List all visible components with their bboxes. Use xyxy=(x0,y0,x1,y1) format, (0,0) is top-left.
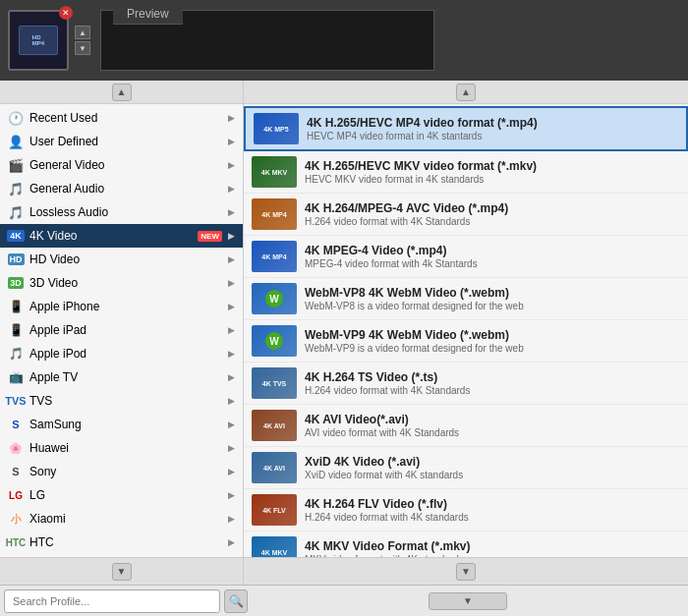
right-item-4k-h264-mp4[interactable]: 4K MP4 4K H.264/MPEG-4 AVC Video (*.mp4)… xyxy=(244,194,688,236)
arrow-icon: ▶ xyxy=(228,396,235,406)
search-input[interactable] xyxy=(4,589,220,613)
left-item-label: Sony xyxy=(29,465,222,478)
left-scroll-down-btn[interactable]: ▼ xyxy=(112,563,132,581)
left-list: 🕐 Recent Used ▶ 👤 User Defined ▶ 🎬 Gener… xyxy=(0,104,243,557)
left-scroll-up-btn[interactable]: ▲ xyxy=(112,84,132,101)
preview-label: Preview xyxy=(113,4,183,25)
left-item-xiaomi[interactable]: 小 Xiaomi ▶ xyxy=(0,507,243,531)
arrow-icon: ▶ xyxy=(228,113,235,123)
right-panel-footer: ▼ xyxy=(244,557,688,585)
arrow-icon: ▶ xyxy=(228,207,235,217)
tvs-icon: TVS xyxy=(8,393,24,409)
left-item-recent-used[interactable]: 🕐 Recent Used ▶ xyxy=(0,106,243,130)
audio-icon: 🎵 xyxy=(8,181,24,196)
samsung-icon: S xyxy=(8,417,24,432)
left-item-tvs[interactable]: TVS TVS ▶ xyxy=(0,389,243,413)
left-item-sony[interactable]: S Sony ▶ xyxy=(0,460,243,483)
format-desc: H.264 video format with 4K Standards xyxy=(305,385,680,396)
left-panel-header: ▲ xyxy=(0,81,243,104)
right-item-4k-mpeg4[interactable]: 4K MP4 4K MPEG-4 Video (*.mp4) MPEG-4 vi… xyxy=(244,236,688,278)
left-item-label: 3D Video xyxy=(29,276,222,290)
sony-icon: S xyxy=(8,464,24,479)
format-title: 4K H.264 TS Video (*.ts) xyxy=(305,370,680,384)
left-item-label: SamSung xyxy=(29,418,222,431)
bottom-bar: 🔍 ▼ xyxy=(0,585,688,616)
format-thumbnail: 4K AVI xyxy=(252,410,297,441)
format-thumbnail: 4K MP4 xyxy=(252,241,297,272)
left-item-general-video[interactable]: 🎬 General Video ▶ xyxy=(0,153,243,177)
format-info: 4K MPEG-4 Video (*.mp4) MPEG-4 video for… xyxy=(305,244,680,269)
left-item-huawei[interactable]: 🌸 Huawei ▶ xyxy=(0,436,243,460)
htc-icon: HTC xyxy=(8,534,24,550)
right-item-xvid-4k[interactable]: 4K AVI XviD 4K Video (*.avi) XviD video … xyxy=(244,447,688,489)
right-item-4k-avi[interactable]: 4K AVI 4K AVI Video(*.avi) AVI video for… xyxy=(244,405,688,447)
left-item-label: HD Video xyxy=(29,252,222,266)
thumb-tag: 4K FLV xyxy=(262,507,286,514)
left-item-label: General Audio xyxy=(29,182,222,196)
left-item-apple-iphone[interactable]: 📱 Apple iPhone ▶ xyxy=(0,295,243,318)
right-item-4k-h264-flv[interactable]: 4K FLV 4K H.264 FLV Video (*.flv) H.264 … xyxy=(244,489,688,532)
left-item-lg[interactable]: LG LG ▶ xyxy=(0,483,243,507)
bottom-scroll-down-btn[interactable]: ▼ xyxy=(429,592,507,610)
format-title: WebM-VP9 4K WebM Video (*.webm) xyxy=(305,328,680,342)
format-thumbnail: 4K MKV xyxy=(252,536,297,557)
left-item-user-defined[interactable]: 👤 User Defined ▶ xyxy=(0,130,243,153)
4k-icon: 4K xyxy=(8,228,24,244)
left-item-apple-ipod[interactable]: 🎵 Apple iPod ▶ xyxy=(0,342,243,365)
xiaomi-icon: 小 xyxy=(8,511,24,527)
left-item-label: Lossless Audio xyxy=(29,205,222,219)
left-item-4k-video[interactable]: 4K 4K Video NEW ▶ xyxy=(0,224,243,248)
right-item-4k-mkv[interactable]: 4K MKV 4K MKV Video Format (*.mkv) MKV v… xyxy=(244,532,688,557)
format-title: 4K MKV Video Format (*.mkv) xyxy=(305,539,680,553)
arrow-icon: ▶ xyxy=(228,160,235,170)
thumb-icon: HDMP4 xyxy=(19,26,58,55)
format-thumbnail: 4K MKV xyxy=(252,156,297,188)
right-item-4k-h264-ts[interactable]: 4K TVS 4K H.264 TS Video (*.ts) H.264 vi… xyxy=(244,363,688,405)
video-icon: 🎬 xyxy=(8,157,24,173)
iphone-icon: 📱 xyxy=(8,299,24,314)
left-item-general-audio[interactable]: 🎵 General Audio ▶ xyxy=(0,177,243,200)
left-item-lossless-audio[interactable]: 🎵 Lossless Audio ▶ xyxy=(0,200,243,224)
right-item-4k-h265-mp4[interactable]: 4K MP5 4K H.265/HEVC MP4 video format (*… xyxy=(244,106,688,151)
arrow-icon: ▶ xyxy=(228,420,235,429)
bottom-right-area: ▼ xyxy=(252,592,684,610)
right-scroll-up-btn[interactable]: ▲ xyxy=(456,84,476,101)
right-item-webm-vp8[interactable]: W WebM-VP8 4K WebM Video (*.webm) WebM-V… xyxy=(244,278,688,320)
arrow-icon: ▶ xyxy=(228,490,235,500)
format-thumbnail: W xyxy=(252,325,297,357)
format-desc: XviD video format with 4K standards xyxy=(305,470,680,480)
left-item-label: Recent Used xyxy=(29,111,222,125)
right-panel-header: ▲ xyxy=(244,81,688,104)
right-item-webm-vp9[interactable]: W WebM-VP9 4K WebM Video (*.webm) WebM-V… xyxy=(244,320,688,363)
left-item-label: Apple iPhone xyxy=(29,300,222,313)
left-item-label: 4K Video xyxy=(29,229,192,243)
left-item-htc[interactable]: HTC HTC ▶ xyxy=(0,531,243,554)
format-thumbnail: 4K MP5 xyxy=(254,113,299,144)
left-item-label: General Video xyxy=(29,158,222,172)
arrow-icon: ▶ xyxy=(228,372,235,382)
format-title: WebM-VP8 4K WebM Video (*.webm) xyxy=(305,286,680,300)
format-info: 4K H.264 TS Video (*.ts) H.264 video for… xyxy=(305,370,680,396)
format-desc: H.264 video format with 4K Standards xyxy=(305,216,680,227)
format-desc: HEVC MP4 video format in 4K stantards xyxy=(307,131,678,141)
search-button[interactable]: 🔍 xyxy=(224,589,248,613)
thumb-tag: 4K MP4 xyxy=(261,253,286,260)
left-item-samsung[interactable]: S SamSung ▶ xyxy=(0,413,243,436)
arrow-icon: ▶ xyxy=(228,254,235,264)
format-desc: WebM-VP9 is a video format designed for … xyxy=(305,343,680,354)
format-title: XviD 4K Video (*.avi) xyxy=(305,455,680,469)
left-item-label: TVS xyxy=(29,394,222,408)
3d-icon: 3D xyxy=(8,275,24,291)
top-bar: Preview ✕ HDMP4 ▲ ▼ xyxy=(0,0,688,81)
left-item-3d-video[interactable]: 3D 3D Video ▶ xyxy=(0,271,243,295)
right-item-4k-h265-mkv[interactable]: 4K MKV 4K H.265/HEVC MKV video format (*… xyxy=(244,151,688,194)
left-item-apple-tv[interactable]: 📺 Apple TV ▶ xyxy=(0,365,243,389)
close-icon[interactable]: ✕ xyxy=(59,6,73,20)
arrow-up-btn[interactable]: ▲ xyxy=(75,26,90,39)
arrow-down-btn[interactable]: ▼ xyxy=(75,41,90,55)
right-scroll-down-btn[interactable]: ▼ xyxy=(456,563,476,581)
arrow-icon: ▶ xyxy=(228,184,235,194)
thumbnail-item[interactable]: ✕ HDMP4 xyxy=(8,10,69,71)
left-item-hd-video[interactable]: HD HD Video ▶ xyxy=(0,248,243,271)
left-item-apple-ipad[interactable]: 📱 Apple iPad ▶ xyxy=(0,318,243,342)
